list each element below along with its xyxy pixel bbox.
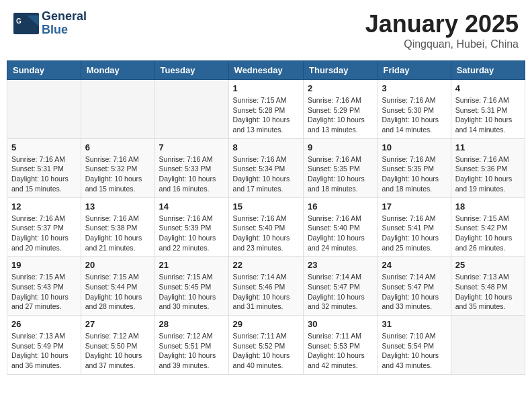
day-cell: 21Sunrise: 7:15 AM Sunset: 5:45 PM Dayli… bbox=[154, 257, 228, 316]
day-cell: 23Sunrise: 7:14 AM Sunset: 5:47 PM Dayli… bbox=[304, 257, 378, 316]
day-number: 3 bbox=[382, 83, 446, 93]
day-info: Sunrise: 7:16 AM Sunset: 5:32 PM Dayligh… bbox=[85, 154, 150, 194]
day-cell bbox=[451, 316, 525, 375]
day-number: 16 bbox=[308, 201, 373, 212]
day-number: 19 bbox=[11, 260, 77, 270]
day-number: 7 bbox=[159, 142, 224, 152]
day-info: Sunrise: 7:12 AM Sunset: 5:50 PM Dayligh… bbox=[85, 331, 150, 371]
day-cell: 30Sunrise: 7:11 AM Sunset: 5:53 PM Dayli… bbox=[304, 316, 378, 375]
day-cell: 9Sunrise: 7:16 AM Sunset: 5:35 PM Daylig… bbox=[304, 138, 378, 197]
day-cell: 4Sunrise: 7:16 AM Sunset: 5:31 PM Daylig… bbox=[451, 80, 525, 139]
day-info: Sunrise: 7:14 AM Sunset: 5:47 PM Dayligh… bbox=[308, 272, 373, 312]
logo-general: General bbox=[42, 10, 87, 24]
day-cell: 7Sunrise: 7:16 AM Sunset: 5:33 PM Daylig… bbox=[154, 138, 228, 197]
weekday-header-tuesday: Tuesday bbox=[154, 61, 228, 80]
day-info: Sunrise: 7:15 AM Sunset: 5:44 PM Dayligh… bbox=[85, 272, 150, 312]
day-number: 20 bbox=[85, 260, 150, 270]
day-info: Sunrise: 7:15 AM Sunset: 5:43 PM Dayligh… bbox=[11, 272, 77, 312]
day-number: 13 bbox=[85, 201, 150, 212]
day-info: Sunrise: 7:10 AM Sunset: 5:54 PM Dayligh… bbox=[382, 331, 446, 371]
day-cell: 14Sunrise: 7:16 AM Sunset: 5:39 PM Dayli… bbox=[154, 197, 228, 257]
weekday-header-sunday: Sunday bbox=[7, 61, 81, 80]
day-cell bbox=[81, 80, 154, 139]
day-number: 24 bbox=[382, 260, 446, 270]
day-cell: 2Sunrise: 7:16 AM Sunset: 5:29 PM Daylig… bbox=[304, 80, 378, 139]
day-info: Sunrise: 7:16 AM Sunset: 5:41 PM Dayligh… bbox=[382, 214, 446, 253]
page-header: G General Blue January 2025 Qingquan, Hu… bbox=[7, 7, 525, 54]
day-info: Sunrise: 7:16 AM Sunset: 5:33 PM Dayligh… bbox=[159, 154, 224, 194]
day-cell: 27Sunrise: 7:12 AM Sunset: 5:50 PM Dayli… bbox=[81, 316, 154, 375]
day-cell: 28Sunrise: 7:12 AM Sunset: 5:51 PM Dayli… bbox=[154, 316, 228, 375]
day-info: Sunrise: 7:15 AM Sunset: 5:28 PM Dayligh… bbox=[233, 95, 299, 135]
logo: G General Blue bbox=[13, 10, 87, 37]
logo-icon: G bbox=[13, 13, 39, 34]
weekday-header-wednesday: Wednesday bbox=[228, 61, 303, 80]
day-info: Sunrise: 7:13 AM Sunset: 5:49 PM Dayligh… bbox=[11, 331, 77, 371]
day-number: 25 bbox=[455, 260, 521, 270]
day-cell bbox=[7, 80, 81, 139]
day-info: Sunrise: 7:11 AM Sunset: 5:53 PM Dayligh… bbox=[308, 331, 373, 371]
day-info: Sunrise: 7:16 AM Sunset: 5:39 PM Dayligh… bbox=[159, 214, 224, 253]
day-cell bbox=[154, 80, 228, 139]
day-cell: 8Sunrise: 7:16 AM Sunset: 5:34 PM Daylig… bbox=[228, 138, 303, 197]
weekday-header-monday: Monday bbox=[81, 61, 154, 80]
day-cell: 19Sunrise: 7:15 AM Sunset: 5:43 PM Dayli… bbox=[7, 257, 81, 316]
day-cell: 15Sunrise: 7:16 AM Sunset: 5:40 PM Dayli… bbox=[228, 197, 303, 257]
weekday-header-saturday: Saturday bbox=[451, 61, 525, 80]
day-number: 1 bbox=[233, 83, 299, 93]
weekday-header-row: SundayMondayTuesdayWednesdayThursdayFrid… bbox=[7, 61, 525, 80]
day-info: Sunrise: 7:16 AM Sunset: 5:29 PM Dayligh… bbox=[308, 95, 373, 135]
day-number: 15 bbox=[233, 201, 299, 212]
day-number: 9 bbox=[308, 142, 373, 152]
day-info: Sunrise: 7:15 AM Sunset: 5:45 PM Dayligh… bbox=[159, 272, 224, 312]
day-info: Sunrise: 7:16 AM Sunset: 5:40 PM Dayligh… bbox=[233, 214, 299, 253]
day-number: 5 bbox=[11, 142, 77, 152]
day-number: 2 bbox=[308, 83, 373, 93]
day-cell: 17Sunrise: 7:16 AM Sunset: 5:41 PM Dayli… bbox=[378, 197, 451, 257]
calendar: SundayMondayTuesdayWednesdayThursdayFrid… bbox=[7, 60, 525, 375]
day-cell: 11Sunrise: 7:16 AM Sunset: 5:36 PM Dayli… bbox=[451, 138, 525, 197]
week-row-1: 1Sunrise: 7:15 AM Sunset: 5:28 PM Daylig… bbox=[7, 80, 525, 139]
weekday-header-friday: Friday bbox=[378, 61, 451, 80]
day-cell: 16Sunrise: 7:16 AM Sunset: 5:40 PM Dayli… bbox=[304, 197, 378, 257]
day-info: Sunrise: 7:16 AM Sunset: 5:35 PM Dayligh… bbox=[382, 154, 446, 194]
week-row-3: 12Sunrise: 7:16 AM Sunset: 5:37 PM Dayli… bbox=[7, 197, 525, 257]
day-info: Sunrise: 7:16 AM Sunset: 5:37 PM Dayligh… bbox=[11, 214, 77, 253]
day-cell: 31Sunrise: 7:10 AM Sunset: 5:54 PM Dayli… bbox=[378, 316, 451, 375]
week-row-4: 19Sunrise: 7:15 AM Sunset: 5:43 PM Dayli… bbox=[7, 257, 525, 316]
day-info: Sunrise: 7:14 AM Sunset: 5:47 PM Dayligh… bbox=[382, 272, 446, 312]
day-number: 12 bbox=[11, 201, 77, 212]
day-info: Sunrise: 7:16 AM Sunset: 5:36 PM Dayligh… bbox=[455, 154, 521, 194]
day-number: 11 bbox=[455, 142, 521, 152]
week-row-2: 5Sunrise: 7:16 AM Sunset: 5:31 PM Daylig… bbox=[7, 138, 525, 197]
day-number: 14 bbox=[159, 201, 224, 212]
day-info: Sunrise: 7:13 AM Sunset: 5:48 PM Dayligh… bbox=[455, 272, 521, 312]
day-info: Sunrise: 7:16 AM Sunset: 5:35 PM Dayligh… bbox=[308, 154, 373, 194]
day-number: 31 bbox=[382, 319, 446, 329]
day-cell: 24Sunrise: 7:14 AM Sunset: 5:47 PM Dayli… bbox=[378, 257, 451, 316]
month-title: January 2025 bbox=[365, 10, 519, 38]
day-number: 29 bbox=[233, 319, 299, 329]
day-info: Sunrise: 7:16 AM Sunset: 5:34 PM Dayligh… bbox=[233, 154, 299, 194]
location: Qingquan, Hubei, China bbox=[365, 38, 519, 50]
day-cell: 1Sunrise: 7:15 AM Sunset: 5:28 PM Daylig… bbox=[228, 80, 303, 139]
day-number: 30 bbox=[308, 319, 373, 329]
day-cell: 6Sunrise: 7:16 AM Sunset: 5:32 PM Daylig… bbox=[81, 138, 154, 197]
svg-text:G: G bbox=[16, 17, 21, 25]
day-number: 4 bbox=[455, 83, 521, 93]
day-number: 28 bbox=[159, 319, 224, 329]
week-row-5: 26Sunrise: 7:13 AM Sunset: 5:49 PM Dayli… bbox=[7, 316, 525, 375]
day-cell: 13Sunrise: 7:16 AM Sunset: 5:38 PM Dayli… bbox=[81, 197, 154, 257]
title-section: January 2025 Qingquan, Hubei, China bbox=[365, 10, 519, 50]
day-cell: 5Sunrise: 7:16 AM Sunset: 5:31 PM Daylig… bbox=[7, 138, 81, 197]
day-info: Sunrise: 7:15 AM Sunset: 5:42 PM Dayligh… bbox=[455, 214, 521, 253]
day-cell: 10Sunrise: 7:16 AM Sunset: 5:35 PM Dayli… bbox=[378, 138, 451, 197]
day-cell: 26Sunrise: 7:13 AM Sunset: 5:49 PM Dayli… bbox=[7, 316, 81, 375]
day-number: 21 bbox=[159, 260, 224, 270]
day-info: Sunrise: 7:16 AM Sunset: 5:31 PM Dayligh… bbox=[455, 95, 521, 135]
logo-blue: Blue bbox=[42, 24, 87, 37]
day-number: 6 bbox=[85, 142, 150, 152]
day-number: 22 bbox=[233, 260, 299, 270]
day-number: 18 bbox=[455, 201, 521, 212]
day-cell: 20Sunrise: 7:15 AM Sunset: 5:44 PM Dayli… bbox=[81, 257, 154, 316]
